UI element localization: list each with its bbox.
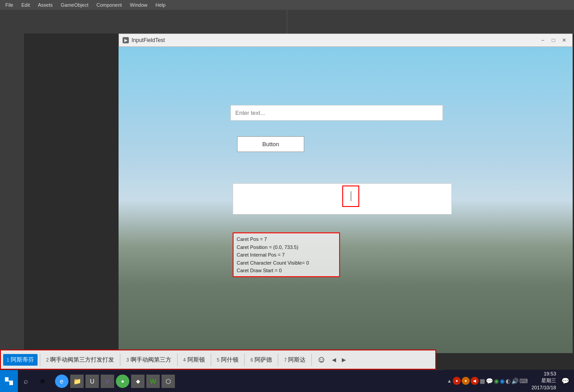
tray-icon-keyboard[interactable]: ⌨ [519, 378, 528, 384]
taskbar-icon-wechat[interactable]: W [146, 375, 160, 388]
debug-info-box: Caret Pos = 7 Caret Position = (0.0, 733… [233, 232, 340, 277]
windows-logo-icon [5, 377, 13, 385]
tray-icon-orange[interactable]: ● [462, 377, 470, 385]
menu-gameobject[interactable]: GameObject [57, 1, 92, 8]
debug-line-4: Caret Character Count Visible= 0 [237, 259, 336, 267]
taskbar-icon-vs[interactable]: V [101, 375, 114, 388]
ime-separator-4 [211, 354, 211, 366]
caret-indicator [342, 185, 359, 207]
tray-time[interactable]: 19:53 星期三 2017/10/18 [530, 371, 558, 391]
debug-line-3: Caret Internal Pos = 7 [237, 251, 336, 259]
menu-component[interactable]: Component [93, 1, 125, 8]
tray-date-value: 2017/10/18 [531, 384, 556, 391]
unity-menubar: File Edit Assets GameObject Component Wi… [0, 0, 574, 10]
tray-icons-group: ▲ ● ● ◀ ▦ 💬 ◉ ◉ ◐ 🔊 ⌨ [447, 377, 528, 385]
task-view-icon: ⊞ [40, 378, 45, 384]
search-icon: ⌕ [24, 377, 28, 385]
menu-edit[interactable]: Edit [18, 1, 34, 8]
game-button[interactable]: Button [237, 136, 304, 152]
taskbar-icon-file[interactable]: 📁 [70, 375, 84, 388]
ime-item-6[interactable]: 6 阿萨德 [247, 354, 276, 366]
tray-icon-1[interactable]: ▲ [447, 378, 452, 384]
menu-window[interactable]: Window [126, 1, 151, 8]
titlebar-left: ▶ InputFieldTest [123, 37, 165, 43]
editor-sidebar: ▶ Canv ▶ Pa Even [0, 0, 25, 353]
ime-separator-5 [244, 354, 245, 366]
text-input-field[interactable] [230, 105, 443, 121]
ime-emoji-button[interactable]: ☺ [314, 354, 328, 366]
taskbar-search-button[interactable]: ⌕ [18, 370, 34, 392]
tray-weekday: 星期三 [531, 377, 556, 384]
taskbar-icon-unity[interactable]: U [85, 375, 99, 388]
minimize-button[interactable]: − [538, 36, 547, 44]
menu-help[interactable]: Help [152, 1, 169, 8]
ime-item-1[interactable]: 1 阿斯蒂芬 [3, 354, 38, 366]
menu-file[interactable]: File [2, 1, 17, 8]
ime-separator-7 [311, 354, 312, 366]
tray-icon-green[interactable]: ◉ [494, 378, 499, 384]
center-divider [287, 10, 287, 34]
debug-line-5: Caret Draw Start = 0 [237, 267, 336, 275]
caret-line [351, 191, 351, 201]
tray-icon-monitor[interactable]: ▦ [480, 378, 485, 384]
ime-item-5[interactable]: 5 阿什顿 [213, 354, 242, 366]
window-title: InputFieldTest [132, 37, 165, 43]
ime-item-7[interactable]: 7 阿斯达 [281, 354, 309, 366]
ime-item-3[interactable]: 3 啊手动阀第三方 [123, 354, 174, 366]
system-tray: ▲ ● ● ◀ ▦ 💬 ◉ ◉ ◐ 🔊 ⌨ 19:53 星期三 2017/10/… [443, 370, 574, 392]
tray-icon-network[interactable]: ◐ [506, 378, 510, 384]
ime-separator-6 [278, 354, 278, 366]
titlebar-controls: − □ ✕ [538, 36, 569, 44]
ime-separator-2 [120, 354, 120, 366]
tray-icon-chat[interactable]: 💬 [486, 378, 493, 384]
notification-button[interactable]: 💬 [560, 370, 570, 392]
maximize-button[interactable]: □ [549, 36, 558, 44]
taskbar-icon-unity2[interactable]: ⬡ [162, 375, 175, 388]
ime-scroll-next[interactable]: ▶ [340, 354, 349, 366]
ime-item-4[interactable]: 4 阿斯顿 [180, 354, 208, 366]
taskbar-icon-ie[interactable]: e [55, 375, 68, 388]
debug-line-1: Caret Pos = 7 [237, 236, 336, 244]
start-button[interactable] [0, 370, 18, 392]
taskbar-icon-chrome[interactable]: ● [116, 375, 129, 388]
game-content: Button Caret Pos = 7 Caret Position = (0… [119, 47, 573, 353]
ime-item-2[interactable]: 2 啊手动阀第三方打发打发 [43, 354, 118, 366]
close-button[interactable]: ✕ [560, 36, 569, 44]
menu-assets[interactable]: Assets [34, 1, 56, 8]
task-view-button[interactable]: ⊞ [34, 370, 51, 392]
tray-icon-blue[interactable]: ◉ [500, 378, 505, 384]
ime-separator-3 [177, 354, 178, 366]
tray-icon-red[interactable]: ● [453, 377, 461, 385]
tray-icon-volume[interactable]: 🔊 [511, 378, 519, 384]
taskbar: ⌕ ⊞ e 📁 U V ● ◆ W [0, 370, 574, 392]
taskbar-icon-qq[interactable]: ◆ [131, 375, 145, 388]
ime-bar: 1 阿斯蒂芬 2 啊手动阀第三方打发打发 3 啊手动阀第三方 4 阿斯顿 5 阿… [0, 350, 436, 370]
debug-line-2: Caret Position = (0.0, 733.5) [237, 244, 336, 252]
window-titlebar: ▶ InputFieldTest − □ ✕ [119, 34, 573, 47]
ime-scroll-prev[interactable]: ◀ [330, 354, 339, 366]
ime-separator-1 [40, 354, 40, 366]
tray-time-value: 19:53 [531, 371, 556, 377]
window-icon: ▶ [123, 37, 129, 43]
notification-icon: 💬 [561, 377, 569, 384]
tray-icon-red2[interactable]: ◀ [471, 377, 479, 385]
